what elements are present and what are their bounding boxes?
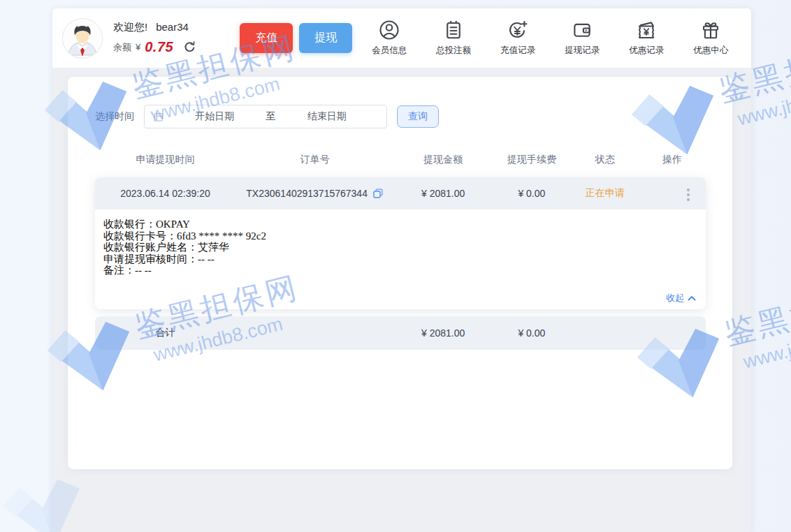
app-window: 欢迎您!bear34 余额 ¥ 0.75 充值 提现 bbox=[52, 8, 751, 532]
topbar: 欢迎您!bear34 余额 ¥ 0.75 充值 提现 bbox=[52, 8, 751, 68]
cell-order-no: TX23061402913715767344 bbox=[235, 188, 394, 199]
recharge-button[interactable]: 充值 bbox=[240, 23, 293, 53]
table-header-row: 申请提现时间 订单号 提现金额 提现手续费 状态 操作 bbox=[95, 144, 706, 176]
nav-item-withdraw-record[interactable]: 提现记录 bbox=[560, 20, 604, 57]
end-date-placeholder: 结束日期 bbox=[276, 110, 379, 123]
total-amount: ¥ 2081.00 bbox=[394, 327, 492, 339]
collapse-label: 收起 bbox=[666, 293, 684, 303]
cell-ops bbox=[639, 182, 706, 205]
total-bets-icon bbox=[443, 20, 464, 40]
recharge-record-icon bbox=[507, 20, 528, 40]
detail-line-remark: 备注：-- -- bbox=[103, 265, 696, 276]
nav-label: 总投注额 bbox=[436, 45, 471, 57]
more-actions-icon[interactable] bbox=[685, 185, 692, 205]
nav-item-promo-record[interactable]: 优惠记录 bbox=[625, 20, 668, 57]
col-header-amount: 提现金额 bbox=[394, 154, 492, 166]
detail-line-card-no: 收款银行卡号：6fd3 **** **** 92c2 bbox=[103, 230, 696, 242]
nav-item-recharge-record[interactable]: 充值记录 bbox=[496, 20, 539, 57]
promo-center-icon bbox=[700, 20, 721, 40]
nav-label: 提现记录 bbox=[565, 45, 600, 57]
detail-line-review-time: 申请提现审核时间：-- -- bbox=[103, 253, 696, 265]
balance-label: 余额 bbox=[113, 41, 131, 54]
total-row: 合计 ¥ 2081.00 ¥ 0.00 bbox=[95, 316, 706, 350]
avatar bbox=[62, 18, 103, 59]
date-separator: 至 bbox=[266, 110, 276, 123]
col-header-status: 状态 bbox=[572, 154, 639, 166]
nav-item-total-bets[interactable]: 总投注额 bbox=[432, 20, 475, 57]
collapse-row: 收起 bbox=[103, 292, 696, 304]
avatar-person-icon bbox=[63, 19, 102, 58]
total-fee: ¥ 0.00 bbox=[492, 327, 572, 339]
col-header-fee: 提现手续费 bbox=[492, 154, 572, 166]
currency-symbol: ¥ bbox=[136, 42, 140, 52]
withdraw-table: 申请提现时间 订单号 提现金额 提现手续费 状态 操作 2023.06.14 0… bbox=[95, 144, 706, 350]
cell-amount: ¥ 2081.00 bbox=[394, 188, 492, 199]
collapse-link[interactable]: 收起 bbox=[666, 293, 696, 303]
nav-item-member-info[interactable]: 会员信息 bbox=[368, 20, 411, 57]
filter-row: 选择时间 开始日期 至 结束日期 查询 bbox=[95, 105, 706, 128]
col-header-order: 订单号 bbox=[235, 154, 394, 166]
promo-record-icon bbox=[636, 20, 657, 40]
withdraw-button[interactable]: 提现 bbox=[299, 23, 352, 53]
body-area: 选择时间 开始日期 至 结束日期 查询 bbox=[52, 68, 751, 469]
filter-label: 选择时间 bbox=[95, 110, 134, 123]
detail-line-account-name: 收款银行账户姓名：艾萍华 bbox=[103, 242, 696, 253]
refresh-icon[interactable] bbox=[183, 40, 196, 54]
calendar-icon bbox=[153, 112, 164, 122]
nav-label: 优惠记录 bbox=[629, 45, 664, 57]
quick-nav: 会员信息 总投注额 bbox=[368, 20, 732, 57]
welcome-text: 欢迎您! bbox=[113, 21, 147, 33]
col-header-time: 申请提现时间 bbox=[95, 154, 235, 166]
username: bear34 bbox=[156, 21, 189, 33]
search-button[interactable]: 查询 bbox=[397, 105, 439, 128]
order-no-text: TX23061402913715767344 bbox=[246, 188, 368, 199]
withdraw-record-icon bbox=[572, 20, 593, 40]
detail-panel: 收款银行：OKPAY 收款银行卡号：6fd3 **** **** 92c2 收款… bbox=[95, 209, 706, 309]
status-badge: 正在申请 bbox=[572, 187, 639, 200]
start-date-placeholder: 开始日期 bbox=[164, 110, 266, 123]
member-info-icon bbox=[379, 20, 400, 40]
nav-item-promo-center[interactable]: 优惠中心 bbox=[689, 20, 732, 57]
nav-label: 会员信息 bbox=[372, 45, 407, 57]
nav-label: 优惠中心 bbox=[693, 45, 728, 57]
col-header-ops: 操作 bbox=[639, 154, 706, 166]
record-block: 2023.06.14 02:39:20 TX230614029137157673… bbox=[95, 177, 706, 309]
cell-fee: ¥ 0.00 bbox=[492, 188, 572, 199]
copy-icon[interactable] bbox=[372, 188, 384, 199]
table-row: 2023.06.14 02:39:20 TX230614029137157673… bbox=[95, 177, 706, 209]
total-label: 合计 bbox=[95, 327, 235, 339]
date-range-input[interactable]: 开始日期 至 结束日期 bbox=[144, 105, 387, 128]
nav-label: 充值记录 bbox=[500, 45, 535, 57]
user-meta: 欢迎您!bear34 余额 ¥ 0.75 bbox=[113, 21, 196, 55]
chevron-up-icon bbox=[688, 295, 696, 301]
balance-value: 0.75 bbox=[145, 39, 173, 55]
welcome-line: 欢迎您!bear34 bbox=[113, 21, 196, 34]
balance-line: 余额 ¥ 0.75 bbox=[113, 39, 196, 55]
content-card: 选择时间 开始日期 至 结束日期 查询 bbox=[68, 77, 732, 469]
detail-line-bank: 收款银行：OKPAY bbox=[103, 219, 696, 230]
cell-apply-time: 2023.06.14 02:39:20 bbox=[95, 188, 235, 199]
